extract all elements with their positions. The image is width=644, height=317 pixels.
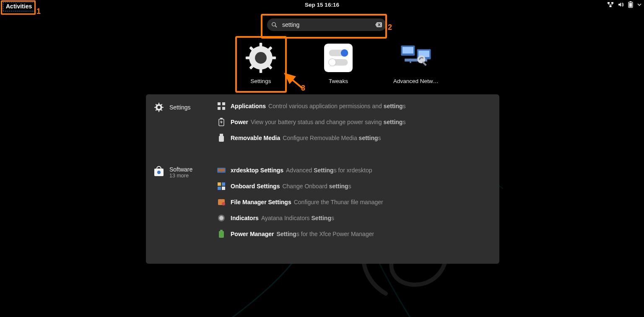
svg-point-17	[255, 52, 267, 64]
panel-subtitle: 13 more	[169, 173, 192, 179]
apps-grid-icon	[217, 102, 226, 110]
row-text: IndicatorsAyatana Indicators Settings	[231, 215, 334, 221]
panel-title: Settings	[169, 104, 191, 111]
row-text: PowerView your battery status and change…	[231, 119, 405, 125]
search-field[interactable]	[267, 18, 386, 31]
clear-search-icon[interactable]	[375, 22, 382, 28]
svg-rect-12	[271, 56, 276, 59]
gear-icon	[153, 102, 164, 113]
svg-rect-52	[218, 169, 225, 171]
svg-rect-18	[324, 44, 353, 72]
search-input[interactable]	[281, 21, 373, 29]
svg-point-60	[219, 216, 223, 220]
svg-rect-53	[218, 182, 221, 186]
svg-rect-5	[629, 3, 632, 7]
annotation-2: 2	[388, 23, 392, 32]
file-manager-icon	[217, 198, 226, 206]
svg-rect-4	[630, 1, 631, 2]
network-icon	[607, 2, 614, 8]
app-label: Settings	[251, 78, 271, 84]
results-panel-software: Software 13 more xrdesktop SettingsAdvan…	[146, 158, 499, 264]
svg-point-6	[272, 23, 275, 26]
search-icon	[271, 22, 277, 28]
app-result-tweaks[interactable]: Tweaks	[313, 40, 364, 84]
clock[interactable]: Sep 15 16:16	[305, 2, 339, 8]
svg-rect-32	[158, 103, 159, 104]
svg-rect-0	[608, 2, 610, 4]
svg-rect-10	[260, 68, 262, 73]
app-result-settings[interactable]: Settings	[236, 40, 286, 84]
row-text: ApplicationsControl various application …	[231, 103, 406, 109]
panel-header: Settings	[153, 102, 191, 113]
svg-rect-11	[246, 56, 250, 59]
svg-rect-24	[402, 47, 413, 54]
svg-rect-41	[218, 102, 221, 105]
xrdesktop-icon	[217, 166, 226, 174]
row-text: Power ManagerSettings for the Xfce Power…	[231, 231, 374, 237]
settings-removable-media-row[interactable]: Removable MediaConfigure Removable Media…	[217, 134, 499, 142]
svg-rect-61	[219, 231, 224, 238]
svg-rect-47	[220, 134, 223, 136]
activities-button[interactable]: Activities	[3, 2, 35, 11]
svg-rect-9	[260, 42, 262, 47]
software-xrdesktop-row[interactable]: xrdesktop SettingsAdvanced Settings for …	[217, 166, 499, 174]
panel-title: Software	[169, 166, 192, 173]
indicators-icon	[217, 214, 226, 222]
app-result-advanced-network[interactable]: Advanced Netw…	[391, 40, 441, 84]
svg-rect-43	[218, 107, 221, 110]
svg-point-20	[341, 49, 348, 56]
results-panel-settings: Settings ApplicationsControl various app…	[146, 94, 499, 166]
svg-rect-46	[220, 118, 223, 119]
software-power-manager-row[interactable]: Power ManagerSettings for the Xfce Power…	[217, 230, 499, 238]
power-battery-icon	[217, 118, 226, 126]
app-label: Tweaks	[329, 78, 348, 84]
system-status-area[interactable]	[607, 1, 641, 8]
row-text: Onboard SettingsChange Onboard settings	[231, 183, 351, 190]
svg-point-58	[222, 202, 225, 205]
svg-rect-42	[222, 102, 225, 105]
power-manager-icon	[217, 230, 226, 238]
settings-applications-row[interactable]: ApplicationsControl various application …	[217, 102, 499, 110]
svg-point-28	[417, 55, 425, 63]
svg-rect-44	[222, 107, 225, 110]
software-file-manager-row[interactable]: File Manager SettingsConfigure the Thuna…	[217, 198, 499, 206]
chevron-down-icon	[637, 3, 641, 7]
volume-icon	[618, 2, 624, 8]
svg-rect-33	[158, 110, 159, 112]
svg-rect-48	[219, 136, 224, 142]
usb-drive-icon	[217, 134, 226, 142]
svg-rect-35	[162, 107, 164, 108]
row-text: xrdesktop SettingsAdvanced Settings for …	[231, 167, 372, 174]
battery-icon	[628, 1, 633, 8]
svg-rect-56	[222, 187, 225, 190]
svg-point-50	[157, 171, 161, 174]
panel-header: Software 13 more	[153, 166, 192, 179]
top-bar: Activities Sep 15 16:16	[0, 0, 644, 11]
annotation-3: 3	[301, 84, 305, 93]
svg-point-22	[329, 58, 336, 65]
svg-rect-54	[222, 182, 225, 186]
svg-rect-2	[610, 5, 612, 7]
svg-point-40	[157, 106, 160, 109]
svg-rect-62	[220, 230, 223, 231]
settings-power-row[interactable]: PowerView your battery status and change…	[217, 118, 499, 126]
onboard-icon	[217, 182, 226, 190]
app-results-row: Settings Tweaks Advanced Netw…	[236, 40, 441, 84]
svg-rect-55	[218, 187, 221, 190]
svg-line-7	[275, 26, 277, 27]
row-text: File Manager SettingsConfigure the Thuna…	[231, 199, 383, 205]
software-onboard-row[interactable]: Onboard SettingsChange Onboard settings	[217, 182, 499, 190]
row-text: Removable MediaConfigure Removable Media…	[231, 135, 381, 141]
app-label: Advanced Netw…	[393, 78, 439, 84]
tweaks-icon	[321, 40, 356, 75]
settings-icon	[243, 40, 279, 75]
software-indicators-row[interactable]: IndicatorsAyatana Indicators Settings	[217, 214, 499, 222]
software-bag-icon	[153, 166, 164, 177]
svg-rect-34	[154, 107, 156, 108]
svg-rect-1	[611, 2, 613, 4]
network-config-icon	[398, 40, 434, 75]
